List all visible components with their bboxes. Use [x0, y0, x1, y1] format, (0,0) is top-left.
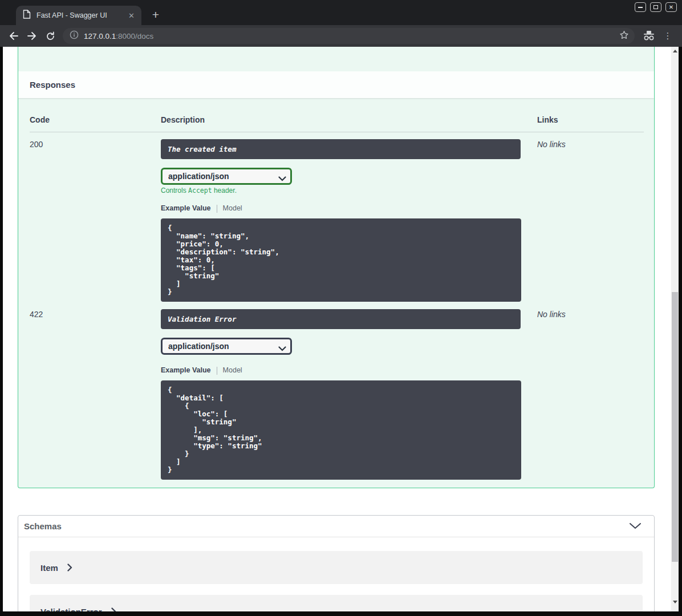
response-links: No links: [537, 132, 644, 302]
schemas-models: Item ValidationError: [18, 537, 654, 616]
tab-separator: [217, 205, 217, 213]
example-model-tabs: Example Value Model: [161, 366, 537, 375]
media-type-select[interactable]: application/json: [161, 338, 292, 355]
response-description-cell: The created item application/json Contro…: [161, 132, 537, 302]
header-links: Links: [537, 115, 644, 124]
responses-table: Code Description Links 200 The created i…: [30, 98, 644, 480]
window-border-right: [679, 47, 682, 616]
minimize-button[interactable]: [635, 2, 646, 12]
response-code: 422: [30, 302, 161, 480]
page-favicon-icon: [23, 10, 31, 21]
example-model-tabs: Example Value Model: [161, 204, 537, 213]
url-path: :8000/docs: [116, 32, 153, 40]
schemas-header[interactable]: Schemas: [18, 516, 654, 537]
header-code: Code: [30, 115, 161, 124]
tab-close-icon[interactable]: ✕: [126, 11, 137, 20]
bookmark-star-icon[interactable]: [619, 30, 629, 42]
page-scrollbar[interactable]: [671, 47, 679, 611]
browser-tab[interactable]: Fast API - Swagger UI ✕: [16, 6, 141, 25]
site-info-icon[interactable]: [70, 30, 79, 42]
url-host: 127.0.0.1: [84, 32, 116, 40]
window-border-bottom: [0, 611, 682, 616]
scroll-up-arrow[interactable]: [671, 47, 679, 55]
incognito-icon: [642, 30, 656, 42]
url-text: 127.0.0.1:8000/docs: [84, 32, 619, 40]
new-tab-button[interactable]: +: [147, 7, 164, 23]
tab-model[interactable]: Model: [223, 204, 242, 213]
opblock-post: Responses Code Description Links 200 The…: [18, 47, 655, 488]
model-name: Item: [40, 563, 58, 573]
example-json-422: { "detail": [ { "loc": [ "string" ], "ms…: [161, 380, 521, 480]
tab-separator: [217, 367, 217, 375]
responses-title: Responses: [30, 80, 75, 90]
response-description-cell: Validation Error application/json Exampl…: [161, 302, 537, 480]
scrollbar-thumb[interactable]: [672, 292, 678, 562]
window-border-left: [0, 47, 3, 616]
maximize-icon: [653, 5, 658, 9]
header-description: Description: [161, 115, 537, 124]
response-links: No links: [537, 302, 644, 480]
browser-menu-icon[interactable]: ⋮: [663, 29, 672, 43]
response-description-box: Validation Error: [161, 309, 521, 329]
browser-window: Fast API - Swagger UI ✕ + ✕ 127.0.0.1:80…: [0, 0, 682, 616]
response-description-box: The created item: [161, 139, 521, 159]
close-button[interactable]: ✕: [665, 2, 677, 12]
minimize-icon: [638, 7, 643, 8]
model-item[interactable]: Item: [30, 551, 643, 584]
response-code: 200: [30, 132, 161, 302]
browser-titlebar: Fast API - Swagger UI ✕ + ✕: [0, 0, 682, 25]
window-controls: ✕: [635, 2, 677, 12]
schemas-title: Schemas: [24, 521, 629, 531]
chevron-right-icon: [67, 564, 72, 572]
media-type-select-wrap: application/json: [161, 338, 292, 355]
response-row-200: 200 The created item application/json: [30, 132, 644, 302]
maximize-button[interactable]: [650, 2, 661, 12]
page-viewport: Responses Code Description Links 200 The…: [3, 47, 671, 616]
tab-title: Fast API - Swagger UI: [36, 11, 126, 19]
tab-example-value[interactable]: Example Value: [161, 366, 211, 375]
media-type-select-wrap: application/json: [161, 168, 292, 185]
address-bar[interactable]: 127.0.0.1:8000/docs: [63, 28, 635, 44]
responses-section-header: Responses: [18, 71, 654, 98]
browser-toolbar: 127.0.0.1:8000/docs ⋮: [0, 25, 682, 47]
responses-table-headers: Code Description Links: [30, 98, 644, 124]
tab-model[interactable]: Model: [223, 366, 242, 375]
back-button[interactable]: [7, 29, 21, 43]
response-row-422: 422 Validation Error application/json: [30, 302, 644, 480]
tab-example-value[interactable]: Example Value: [161, 204, 211, 213]
forward-button[interactable]: [25, 29, 39, 43]
example-json-200: { "name": "string", "price": 0, "descrip…: [161, 218, 521, 302]
media-type-select[interactable]: application/json: [161, 168, 292, 185]
scroll-down-arrow[interactable]: [671, 598, 679, 606]
reload-button[interactable]: [43, 29, 57, 43]
schemas-section: Schemas Item ValidationError: [18, 515, 655, 616]
accept-header-hint: Controls Accept header.: [161, 187, 537, 194]
chevron-down-icon[interactable]: [629, 521, 642, 532]
